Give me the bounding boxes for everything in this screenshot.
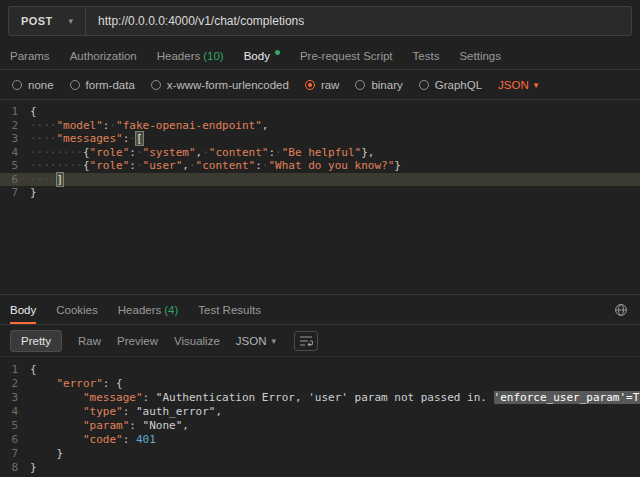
code-token: }, xyxy=(361,146,374,159)
code-line[interactable]: 1{ xyxy=(0,363,640,377)
code-token: : xyxy=(255,159,262,172)
body-type-form-data[interactable]: form-data xyxy=(70,79,135,91)
code-text: ········{"role":·"system",·"content":·"B… xyxy=(30,146,374,160)
chevron-down-icon: ▾ xyxy=(69,16,74,26)
request-tab-params[interactable]: Params xyxy=(10,42,50,69)
line-number: 5 xyxy=(0,159,30,173)
code-line[interactable]: 3 "message": "Authentication Error, 'use… xyxy=(0,391,640,405)
radio-label: GraphQL xyxy=(435,79,482,91)
code-line[interactable]: 6····] xyxy=(0,173,640,187)
view-tab-preview[interactable]: Preview xyxy=(117,335,158,347)
code-line[interactable]: 2····"model":·"fake-openai-endpoint", xyxy=(0,119,640,133)
body-type-graphql[interactable]: GraphQL xyxy=(419,79,482,91)
code-token: "auth_error" xyxy=(136,405,215,418)
method-dropdown[interactable]: POST ▾ xyxy=(9,7,85,35)
body-format-dropdown[interactable]: JSON ▾ xyxy=(498,79,538,91)
response-format-dropdown[interactable]: JSON ▾ xyxy=(236,335,276,347)
code-line[interactable]: 8} xyxy=(0,461,640,475)
code-token: "code" xyxy=(83,433,123,446)
code-token: "content" xyxy=(209,146,269,159)
tab-label: Tests xyxy=(413,50,440,62)
code-line[interactable]: 5 "param": "None", xyxy=(0,419,640,433)
tab-label: Body xyxy=(10,304,36,316)
tab-label: Settings xyxy=(459,50,501,62)
tab-label: Authorization xyxy=(70,50,137,62)
request-tab-tests[interactable]: Tests xyxy=(413,42,440,69)
line-number: 1 xyxy=(0,105,30,119)
view-tab-raw[interactable]: Raw xyxy=(78,335,101,347)
request-tabs: ParamsAuthorizationHeaders(10)BodyPre-re… xyxy=(0,42,640,70)
code-text: ····"messages":·[ xyxy=(30,132,143,146)
code-token: , xyxy=(262,119,269,132)
code-token: } xyxy=(57,447,64,460)
code-token: · xyxy=(275,146,282,159)
code-token xyxy=(30,447,57,460)
code-line[interactable]: 4········{"role":·"system",·"content":·"… xyxy=(0,146,640,160)
globe-icon[interactable] xyxy=(614,303,628,317)
code-line[interactable]: 7} xyxy=(0,186,640,200)
response-tab-headers[interactable]: Headers(4) xyxy=(118,295,179,324)
response-tab-cookies[interactable]: Cookies xyxy=(56,295,98,324)
code-line[interactable]: 5········{"role":·"user",·"content":·"Wh… xyxy=(0,159,640,173)
code-token xyxy=(129,405,136,418)
line-number: 2 xyxy=(0,119,30,133)
view-tab-visualize[interactable]: Visualize xyxy=(174,335,220,347)
line-number: 4 xyxy=(0,146,30,160)
request-tab-pre-request-script[interactable]: Pre-request Script xyxy=(300,42,393,69)
line-number: 3 xyxy=(0,132,30,146)
code-token xyxy=(136,419,143,432)
code-token xyxy=(149,391,156,404)
response-tab-body[interactable]: Body xyxy=(10,295,36,324)
code-token: : xyxy=(129,146,136,159)
code-line[interactable]: 4 "type": "auth_error", xyxy=(0,405,640,419)
body-type-none[interactable]: none xyxy=(12,79,54,91)
tab-label: Body xyxy=(244,50,270,62)
code-token xyxy=(30,419,83,432)
code-text: "param": "None", xyxy=(30,419,189,433)
code-text: "message": "Authentication Error, 'user'… xyxy=(30,391,640,405)
request-tab-settings[interactable]: Settings xyxy=(459,42,501,69)
code-token: "What do you know?" xyxy=(268,159,394,172)
body-type-raw[interactable]: raw xyxy=(305,79,340,91)
request-tab-body[interactable]: Body xyxy=(244,42,280,69)
code-token: ] xyxy=(57,173,64,186)
radio-icon xyxy=(355,80,365,90)
code-text: { xyxy=(30,363,37,377)
code-token: "type" xyxy=(83,405,123,418)
url-input[interactable] xyxy=(86,14,631,28)
body-type-x-www-form-urlencoded[interactable]: x-www-form-urlencoded xyxy=(151,79,289,91)
code-line[interactable]: 2 "error": { xyxy=(0,377,640,391)
wrap-text-button[interactable] xyxy=(294,331,318,351)
code-line[interactable]: 7 } xyxy=(0,447,640,461)
code-token: ···· xyxy=(30,173,57,186)
response-tab-test-results[interactable]: Test Results xyxy=(198,295,261,324)
radio-label: raw xyxy=(321,79,340,91)
radio-icon xyxy=(305,80,315,90)
code-token: , xyxy=(182,159,189,172)
request-tab-headers[interactable]: Headers(10) xyxy=(157,42,224,69)
request-url-bar: POST ▾ xyxy=(8,6,632,36)
code-line[interactable]: 1{ xyxy=(0,105,640,119)
line-number: 6 xyxy=(0,433,30,447)
line-number: 1 xyxy=(0,363,30,377)
body-type-binary[interactable]: binary xyxy=(355,79,402,91)
tab-label: Cookies xyxy=(56,304,98,316)
code-token: · xyxy=(189,159,196,172)
line-number: 7 xyxy=(0,447,30,461)
request-body-editor[interactable]: 1{2····"model":·"fake-openai-endpoint",3… xyxy=(0,100,640,294)
response-body-editor[interactable]: 1{2 "error": {3 "message": "Authenticati… xyxy=(0,357,640,477)
view-tab-pretty[interactable]: Pretty xyxy=(10,330,62,352)
code-token xyxy=(30,391,83,404)
code-text: ····] xyxy=(30,173,63,187)
code-line[interactable]: 6 "code": 401 xyxy=(0,433,640,447)
request-tab-authorization[interactable]: Authorization xyxy=(70,42,137,69)
radio-label: binary xyxy=(371,79,402,91)
code-text: ····"model":·"fake-openai-endpoint", xyxy=(30,119,268,133)
code-token: } xyxy=(30,461,37,474)
response-format-label: JSON xyxy=(236,335,267,347)
code-line[interactable]: 3····"messages":·[ xyxy=(0,132,640,146)
chevron-down-icon: ▾ xyxy=(271,336,276,346)
code-token: 'enforce_user_param'=True" xyxy=(494,391,640,404)
code-token: { xyxy=(30,105,37,118)
code-text: } xyxy=(30,186,37,200)
